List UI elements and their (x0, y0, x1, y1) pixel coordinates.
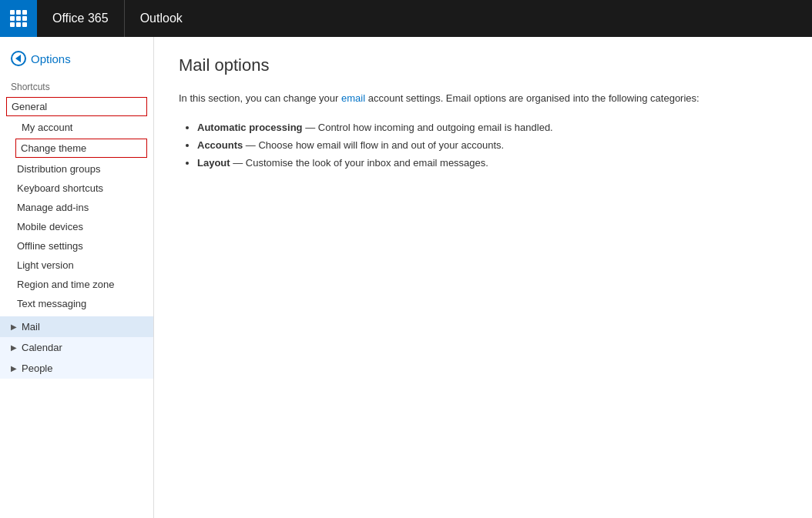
list-item: Accounts — Choose how email will flow in… (197, 136, 787, 154)
sidebar-calendar-label: Calendar (22, 342, 62, 353)
sidebar-item-text-messaging[interactable]: Text messaging (0, 294, 153, 313)
sidebar-item-mobile-devices[interactable]: Mobile devices (0, 217, 153, 236)
sidebar: Options Shortcuts General My account Cha… (0, 37, 154, 518)
sidebar-item-general[interactable]: General (6, 97, 147, 116)
bullet-rest-automatic: — Control how incoming and outgoing emai… (305, 122, 553, 133)
sidebar-mail-label: Mail (22, 321, 40, 333)
intro-paragraph: In this section, you can change your ema… (179, 91, 787, 106)
sidebar-category-mail[interactable]: ▶ Mail (0, 316, 153, 337)
mail-arrow-icon: ▶ (11, 322, 17, 331)
intro-text-end: account settings. Email options are orga… (365, 92, 700, 104)
shortcuts-label: Shortcuts (0, 79, 153, 95)
people-arrow-icon: ▶ (11, 364, 17, 373)
sidebar-item-keyboard-shortcuts[interactable]: Keyboard shortcuts (0, 179, 153, 198)
sidebar-item-change-theme[interactable]: Change theme (15, 139, 147, 158)
sidebar-people-label: People (22, 363, 52, 374)
sidebar-item-manage-addins[interactable]: Manage add-ins (0, 198, 153, 217)
bullet-bold-automatic: Automatic processing (197, 122, 303, 133)
app-name: Office 365 (37, 0, 125, 37)
main-layout: Options Shortcuts General My account Cha… (0, 37, 812, 518)
sidebar-item-distribution-groups[interactable]: Distribution groups (0, 159, 153, 179)
back-arrow-icon (15, 55, 21, 62)
bullet-bold-layout: Layout (197, 157, 230, 169)
sidebar-item-light-version[interactable]: Light version (0, 256, 153, 275)
bullet-bold-accounts: Accounts (197, 139, 243, 151)
product-name: Outlook (125, 12, 198, 25)
options-label: Options (31, 52, 71, 65)
calendar-arrow-icon: ▶ (11, 343, 17, 352)
bullet-list: Automatic processing — Control how incom… (179, 119, 787, 172)
bullet-rest-layout: — Customise the look of your inbox and e… (233, 157, 488, 169)
sidebar-item-my-account[interactable]: My account (0, 118, 153, 137)
sidebar-category-calendar[interactable]: ▶ Calendar (0, 337, 153, 358)
sidebar-category-people[interactable]: ▶ People (0, 358, 153, 379)
sidebar-item-region-timezone[interactable]: Region and time zone (0, 275, 153, 294)
app-launcher-button[interactable] (0, 0, 37, 37)
content-area: Mail options In this section, you can ch… (154, 37, 812, 518)
bullet-rest-accounts: — Choose how email will flow in and out … (246, 139, 504, 151)
intro-text-start: In this section, you can change your (179, 92, 341, 104)
list-item: Layout — Customise the look of your inbo… (197, 154, 787, 172)
grid-icon (10, 10, 27, 27)
intro-email-link[interactable]: email (341, 92, 365, 104)
topbar: Office 365 Outlook (0, 0, 812, 37)
options-back-button[interactable]: Options (0, 45, 153, 72)
back-circle-icon (11, 51, 26, 66)
sidebar-item-offline-settings[interactable]: Offline settings (0, 236, 153, 256)
list-item: Automatic processing — Control how incom… (197, 119, 787, 136)
page-title: Mail options (179, 55, 787, 75)
